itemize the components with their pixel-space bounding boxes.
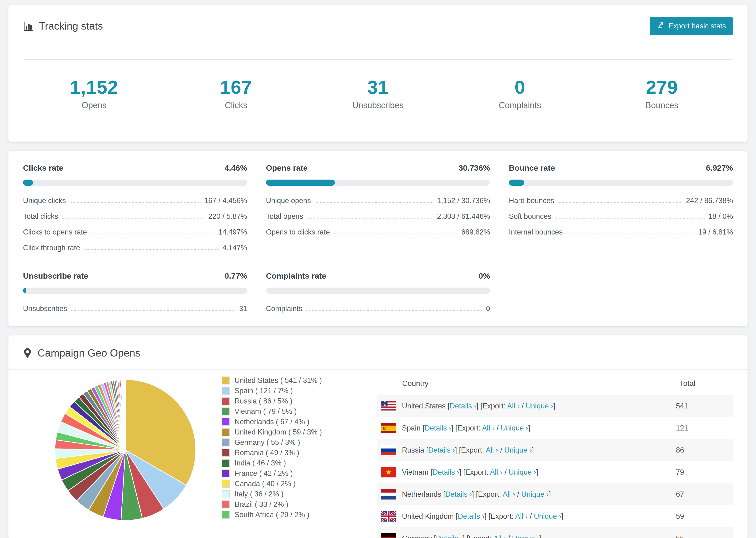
rate-detail-label: Soft bounces (509, 212, 551, 221)
export-basic-stats-button[interactable]: Export basic stats (650, 17, 733, 35)
closing-bracket: ] (528, 424, 530, 432)
details-link[interactable]: Details › (450, 402, 476, 410)
header-divider (9, 46, 747, 46)
rate-detail-row: Unsubscribes31 (23, 304, 247, 313)
slash-separator: / (503, 468, 509, 476)
export-label-text: ] [Export: (485, 512, 515, 520)
legend-item: United States ( 541 / 31% ) (222, 376, 350, 385)
rate-panel-bounce-rate: Bounce rate6.927%Hard bounces242 / 86.73… (509, 163, 733, 252)
closing-bracket: ] (532, 446, 534, 454)
export-unique-link[interactable]: Unique › (501, 424, 528, 432)
stat-label: Bounces (593, 100, 730, 110)
rate-detail-row: Click through rate4.147% (23, 243, 247, 252)
geo-table-body: United States [Details ›] [Export: All ›… (377, 395, 733, 538)
rate-detail-row: Clicks to opens rate14.497% (23, 228, 247, 237)
export-unique-link[interactable]: Unique › (509, 468, 536, 476)
rate-detail-label: Opens to clicks rate (266, 228, 330, 237)
rates-card: Clicks rate4.46%Unique clicks167 / 4.456… (8, 150, 748, 326)
export-unique-link[interactable]: Unique › (521, 490, 549, 498)
stat-cell-unsubscribes: 31Unsubscribes (307, 60, 449, 127)
geo-section-title: Campaign Geo Opens (37, 347, 140, 359)
legend-item: Germany ( 55 / 3% ) (222, 438, 350, 447)
rate-detail-row: Complaints0 (266, 304, 490, 313)
rate-progress-track (266, 288, 490, 294)
legend-label: Italy ( 36 / 2% ) (235, 490, 283, 498)
rate-detail-row: Total clicks220 / 5.87% (23, 212, 247, 221)
tracking-stats-card: Tracking stats Export basic stats 1,152O… (8, 5, 748, 142)
stat-label: Clicks (168, 100, 305, 110)
export-icon (657, 21, 665, 31)
country-cell: United States [Details ›] [Export: All ›… (402, 402, 555, 410)
stat-label: Unsubscribes (309, 100, 447, 110)
details-link[interactable]: Details › (436, 534, 463, 538)
total-cell: 59 (676, 512, 733, 521)
geo-title-row: Campaign Geo Opens (23, 347, 140, 359)
details-link[interactable]: Details › (428, 446, 455, 454)
export-all-link[interactable]: All › (490, 468, 503, 476)
geo-table-row-ru: Russia [Details ›] [Export: All › / Uniq… (377, 439, 733, 461)
vn-flag-icon (381, 467, 396, 477)
geo-table-header-row: Country Total (377, 373, 733, 395)
legend-swatch (222, 387, 230, 395)
legend-swatch (222, 469, 230, 477)
rate-panel-header: Clicks rate4.46% (23, 163, 247, 173)
export-all-link[interactable]: All › (503, 490, 515, 498)
total-cell: 541 (676, 402, 733, 410)
export-unique-link[interactable]: Unique › (526, 402, 553, 410)
export-all-link[interactable]: All › (507, 402, 519, 410)
stat-label: Complaints (452, 100, 589, 110)
export-unique-link[interactable]: Unique › (512, 534, 540, 538)
rate-title: Unsubscribe rate (23, 271, 88, 281)
page-title: Tracking stats (39, 20, 103, 32)
details-link[interactable]: Details › (425, 424, 452, 432)
legend-label: Brazil ( 33 / 2% ) (235, 500, 288, 509)
details-link[interactable]: Details › (458, 512, 485, 520)
country-name: Spain [ (402, 424, 425, 432)
legend-label: France ( 42 / 2% ) (235, 469, 293, 478)
export-all-link[interactable]: All › (493, 534, 506, 538)
slash-separator: / (528, 512, 534, 520)
legend-item: Netherlands ( 67 / 4% ) (222, 418, 350, 426)
rate-detail-row: Unique opens1,152 / 30.736% (266, 196, 490, 205)
geo-table-row-es: Spain [Details ›] [Export: All › / Uniqu… (377, 417, 733, 439)
nl-flag-icon (381, 489, 396, 500)
stat-cell-bounces: 279Bounces (591, 60, 733, 127)
rate-progress-fill (509, 180, 524, 186)
rate-detail-value: 2,303 / 61.446% (437, 212, 490, 221)
dotted-leader (558, 202, 682, 203)
details-link[interactable]: Details › (432, 468, 459, 476)
rate-panel-header: Unsubscribe rate0.77% (23, 271, 247, 281)
slash-separator: / (506, 534, 512, 538)
closing-bracket: ] (540, 534, 542, 538)
legend-label: Spain ( 121 / 7% ) (235, 387, 293, 395)
export-label-text: ] [Export: (451, 424, 482, 432)
legend-label: Romania ( 49 / 3% ) (235, 449, 299, 457)
export-all-link[interactable]: All › (515, 512, 527, 520)
export-label-text: ] [Export: (459, 468, 490, 476)
dotted-leader (315, 202, 433, 203)
geo-pie-svg (50, 375, 200, 525)
es-flag-icon (381, 423, 396, 433)
geo-pie-chart (50, 375, 200, 538)
rate-detail-rows: Unsubscribes31 (23, 304, 247, 313)
stat-cell-clicks: 167Clicks (165, 60, 307, 127)
export-unique-link[interactable]: Unique › (534, 512, 561, 520)
total-column-header: Total (679, 379, 733, 388)
rate-detail-value: 14.497% (218, 228, 247, 237)
rate-detail-row: Opens to clicks rate689.82% (266, 228, 490, 237)
dotted-leader (84, 249, 219, 250)
country-name: Russia [ (402, 446, 428, 454)
rate-value: 30.736% (459, 163, 490, 173)
rate-detail-value: 31 (239, 304, 247, 313)
rate-progress-track (266, 180, 490, 186)
export-unique-link[interactable]: Unique › (504, 446, 532, 454)
rate-panel-unsubscribe-rate: Unsubscribe rate0.77%Unsubscribes31 (23, 271, 247, 313)
rate-value: 4.46% (225, 163, 247, 173)
legend-label: Germany ( 55 / 3% ) (235, 438, 300, 447)
closing-bracket: ] (549, 490, 551, 498)
export-all-link[interactable]: All › (482, 424, 495, 432)
rate-panel-header: Complaints rate0% (266, 271, 490, 281)
details-link[interactable]: Details › (445, 490, 472, 498)
total-cell: 67 (676, 490, 733, 499)
export-all-link[interactable]: All › (486, 446, 498, 454)
